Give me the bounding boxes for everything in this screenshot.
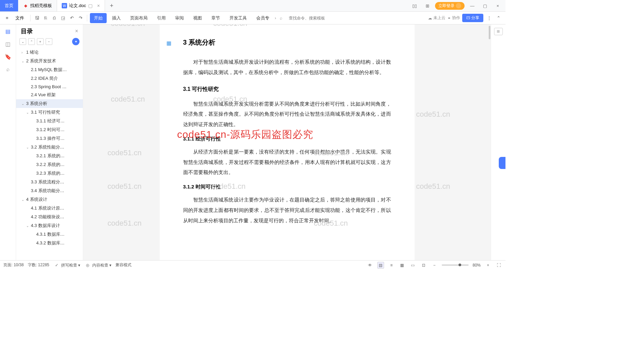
outline-item[interactable]: 3.1.1 经济可…	[16, 117, 83, 125]
outline-item-label: 1 绪论	[26, 49, 39, 55]
outline-item[interactable]: ⌄3 系统分析	[16, 99, 83, 108]
menu-layout[interactable]: 页面布局	[126, 13, 152, 23]
cloud-status[interactable]: ☁未上云	[428, 15, 445, 21]
outline-item[interactable]: 3.4 系统功能分…	[16, 186, 83, 195]
view-outline-icon[interactable]: ≡	[388, 262, 395, 269]
file-menu[interactable]: 文件	[12, 14, 28, 22]
outline-item[interactable]: 3.3 系统流程分…	[16, 178, 83, 186]
outline-icon[interactable]: ▤	[5, 28, 11, 35]
close-window-icon[interactable]: ×	[493, 3, 503, 8]
tab-window-icon[interactable]: ▢	[88, 3, 93, 8]
more-icon[interactable]: ⋮	[485, 14, 493, 22]
scrollbar[interactable]	[488, 24, 491, 260]
outline-item-label: 4.1 系统设计原…	[31, 205, 64, 211]
eye-icon[interactable]: 👁	[367, 262, 373, 269]
outline-item[interactable]: 4.3.1 数据库…	[16, 230, 83, 239]
outline-item[interactable]: 3.2.3 系统的…	[16, 169, 83, 178]
outline-item[interactable]: ⌄2 系统开发技术	[16, 57, 83, 65]
undo-icon[interactable]: ↶	[68, 14, 75, 22]
minimize-icon[interactable]: —	[467, 3, 477, 8]
bookmark-icon[interactable]: 🔖	[5, 53, 11, 60]
outline-item[interactable]: 3.1.3 操作可…	[16, 134, 83, 143]
outline-item[interactable]: ›1 绪论	[16, 48, 83, 57]
spellcheck-toggle[interactable]: ✓ 拼写检查 ▾	[53, 262, 80, 269]
outline-item-label: 2.2 IDEA 简介	[31, 75, 58, 81]
redo-icon[interactable]: ↷	[77, 14, 84, 22]
zoom-level[interactable]: 80%	[473, 263, 481, 268]
menu-chapter[interactable]: 章节	[207, 13, 224, 23]
print-icon[interactable]: ⎙	[51, 14, 58, 22]
outline-item[interactable]: 4.2 功能模块设…	[16, 213, 83, 221]
menu-review[interactable]: 审阅	[171, 13, 188, 23]
content-check[interactable]: ◎ 内容检查 ▾	[84, 262, 111, 269]
heading-2: 3.1 可行性研究	[183, 86, 391, 93]
view-page-icon[interactable]: ▤	[377, 262, 384, 269]
menu-start[interactable]: 开始	[90, 13, 107, 23]
expand-all-icon[interactable]: ⌃	[28, 38, 35, 45]
save-icon[interactable]: 🖫	[33, 14, 41, 22]
outline-item-label: 3.1.2 时间可…	[36, 127, 65, 133]
user-icon	[456, 3, 461, 8]
panel-toggle-icon[interactable]: ≡	[494, 28, 503, 35]
fullscreen-icon[interactable]: ⛶	[495, 262, 502, 269]
grid-icon[interactable]: ⊞	[422, 3, 432, 8]
zoom-fit-icon[interactable]: ⊡	[420, 262, 427, 269]
saveas-icon[interactable]: ⎘	[42, 14, 49, 22]
layout-icon[interactable]: ▯▯	[410, 3, 420, 8]
outline-item[interactable]: ⌄4 系统设计	[16, 195, 83, 204]
menu-dev[interactable]: 开发工具	[225, 13, 251, 23]
tab-templates[interactable]: ◆ 找稻壳模板	[18, 0, 57, 11]
chevron-icon: ⌄	[26, 224, 30, 228]
outline-item[interactable]: ⌄3.2 系统性能分…	[16, 143, 83, 152]
outline-item[interactable]: 3.2.2 系统的…	[16, 160, 83, 169]
close-icon[interactable]: ×	[75, 28, 78, 34]
menu-insert[interactable]: 插入	[108, 13, 125, 23]
zoom-in-icon[interactable]: +	[485, 262, 491, 269]
maximize-icon[interactable]: ▢	[480, 3, 490, 8]
chevron-icon: ⌄	[26, 146, 30, 149]
outline-item-label: 4.3 数据库设计	[31, 223, 60, 229]
remove-icon[interactable]: −	[46, 38, 52, 45]
word-count[interactable]: 字数: 12285	[28, 262, 49, 268]
sections-icon[interactable]: ◫	[5, 41, 11, 47]
tab-document[interactable]: W 论文.doc ▢ ×	[57, 0, 105, 11]
ai-icon[interactable]: ✦	[72, 38, 79, 45]
view-read-icon[interactable]: ▭	[410, 262, 416, 269]
collapse-icon[interactable]: ⌃	[495, 14, 502, 22]
collab-button[interactable]: ⚭协作	[447, 15, 460, 21]
tab-home[interactable]: 首页	[0, 0, 18, 11]
statusbar: 页面: 10/38 字数: 12285 ✓ 拼写检查 ▾ ◎ 内容检查 ▾ 兼容…	[0, 260, 505, 270]
document-viewport[interactable]: ▦ code51.cn code51.cn code51.cn code51.c…	[83, 24, 491, 260]
zoom-out-icon[interactable]: −	[431, 262, 438, 269]
outline-item[interactable]: 4.1 系统设计原…	[16, 204, 83, 213]
menu-icon[interactable]: ≡	[3, 14, 11, 22]
zoom-slider[interactable]	[442, 265, 469, 266]
outline-item[interactable]: 2.1 MySQL 数据…	[16, 65, 83, 74]
outline-item[interactable]: 2.4 Vue 框架	[16, 91, 83, 99]
page-indicator[interactable]: 页面: 10/38	[3, 262, 24, 268]
login-button[interactable]: 立即登录	[435, 2, 465, 10]
left-sidebar: ▤ ◫ 🔖 ⌕	[0, 24, 16, 260]
add-icon[interactable]: +	[37, 38, 44, 45]
side-tab[interactable]	[499, 157, 505, 169]
search-input[interactable]	[289, 16, 342, 20]
view-web-icon[interactable]: ▦	[399, 262, 406, 269]
menu-member[interactable]: 会员专	[252, 13, 273, 23]
find-icon[interactable]: ⌕	[5, 66, 11, 73]
outline-item[interactable]: 2.3 Spring Boot …	[16, 83, 83, 91]
outline-item[interactable]: 3.1.2 时间可…	[16, 125, 83, 134]
outline-item[interactable]: ⌄4.3 数据库设计	[16, 221, 83, 230]
outline-item[interactable]: ⌄3.1 可行性研究	[16, 108, 83, 117]
share-button[interactable]: ⮹ 分享	[462, 14, 483, 22]
preview-icon[interactable]: ◲	[59, 14, 67, 22]
outline-item[interactable]: 2.2 IDEA 简介	[16, 74, 83, 83]
close-icon[interactable]: ×	[97, 3, 100, 8]
outline-item[interactable]: 3.2.1 系统的…	[16, 152, 83, 160]
new-tab-button[interactable]: +	[105, 0, 118, 11]
menu-view[interactable]: 视图	[189, 13, 206, 23]
search-icon: ⌕	[277, 14, 285, 22]
outline-item[interactable]: 4.3.2 数据库…	[16, 239, 83, 247]
compat-mode[interactable]: 兼容模式	[115, 262, 131, 268]
menu-ref[interactable]: 引用	[153, 13, 170, 23]
collapse-all-icon[interactable]: ⌄	[19, 38, 26, 45]
